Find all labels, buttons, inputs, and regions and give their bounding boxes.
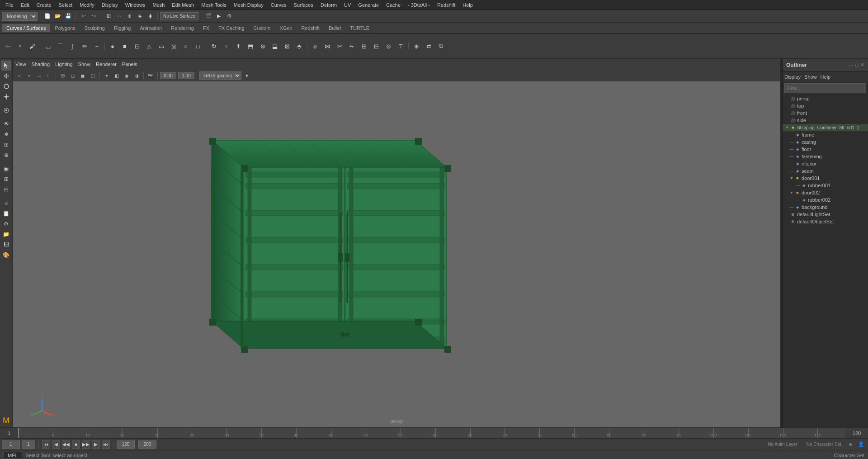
vp-grid-icon[interactable]: ⊞ (58, 71, 67, 80)
tab-redshift[interactable]: Redshift (297, 24, 324, 32)
snap-live-icon[interactable]: ⧫ (145, 11, 155, 21)
vp-camera-icon[interactable]: 📷 (146, 71, 155, 80)
square-icon[interactable]: ⊠ (281, 40, 293, 52)
snap-grid-icon[interactable]: ⊞ (104, 11, 113, 21)
tree-item-defaultlightset[interactable]: ⊕ defaultLightSet (783, 211, 868, 218)
tree-item-casing[interactable]: — ◈ casing (783, 138, 868, 146)
layout-four-btn[interactable]: ⊞ (1, 174, 11, 184)
trim-icon[interactable]: ✂ (334, 40, 345, 52)
end-frame-input[interactable] (117, 440, 135, 449)
snap-surface-icon[interactable]: ◈ (135, 11, 145, 21)
ep-curve-icon[interactable]: ⌒ (54, 40, 66, 52)
tree-item-defaultobjectset[interactable]: ⊕ defaultObjectSet (783, 218, 868, 225)
save-scene-icon[interactable]: 💾 (63, 11, 73, 21)
move-tool-btn[interactable] (1, 71, 11, 81)
intersect-icon[interactable]: ⋈ (321, 40, 333, 52)
menu-edit[interactable]: Edit (17, 1, 33, 9)
tab-xgen[interactable]: XGen (275, 24, 297, 32)
channel-box-btn[interactable]: ≡ (1, 198, 11, 208)
tab-polygons[interactable]: Polygons (50, 24, 80, 32)
scale-tool-btn[interactable] (1, 92, 11, 102)
outliner-tab-display[interactable]: Display (784, 74, 801, 80)
tree-item-door001[interactable]: ▼ ■ door001 (783, 175, 868, 182)
tool-settings-btn[interactable]: ⚙ (1, 219, 11, 229)
cv-curve-icon[interactable]: ◡ (42, 40, 54, 52)
rotate-tool-btn[interactable] (1, 81, 11, 91)
gamma-dropdown[interactable]: sRGB gamma (199, 71, 241, 80)
next-frame-btn[interactable]: ▶ (92, 440, 100, 449)
vp-smooth-icon[interactable]: ◼ (78, 71, 87, 80)
tree-item-rubber001[interactable]: — ◈ rubber001 (783, 182, 868, 189)
detach-icon[interactable]: ⊟ (370, 40, 382, 52)
open-scene-icon[interactable]: 📂 (53, 11, 63, 21)
planar-icon[interactable]: ⬒ (245, 40, 256, 52)
pencil-curve-icon[interactable]: ✏ (79, 40, 90, 52)
menu-mesh-display[interactable]: Mesh Display (230, 1, 267, 9)
gamma-settings-icon[interactable]: ▼ (242, 71, 251, 80)
menu-surfaces[interactable]: Surfaces (290, 1, 317, 9)
menu-generate[interactable]: Generate (354, 1, 382, 9)
vp-object-mode[interactable]: ○ (14, 71, 24, 80)
mode-dropdown[interactable]: Modeling (2, 12, 38, 21)
bevel-icon[interactable]: ⬘ (293, 40, 305, 52)
panels-menu[interactable]: Panels (122, 62, 137, 67)
outliner-minimize-btn[interactable]: — (849, 62, 854, 68)
fillet-icon[interactable]: ⌀ (309, 40, 321, 52)
vp-shadow-icon[interactable]: ◑ (132, 71, 141, 80)
snap-curve-icon[interactable]: 〰 (114, 11, 124, 21)
ipr-icon[interactable]: ▶ (214, 11, 224, 21)
nurbs-circle-icon[interactable]: ○ (180, 40, 192, 52)
menu-uv[interactable]: UV (340, 1, 354, 9)
tab-custom[interactable]: Custom (249, 24, 275, 32)
stop-btn[interactable]: ■ (72, 440, 80, 449)
vp-edge-mode[interactable]: — (34, 71, 43, 80)
lighting-menu[interactable]: Lighting (55, 62, 73, 67)
reverse-icon[interactable]: ⇄ (423, 40, 434, 52)
go-start-btn[interactable]: ⏮ (42, 440, 50, 449)
prev-frame-btn[interactable]: ◀ (52, 440, 60, 449)
paint-select-icon[interactable]: 🖌 (26, 40, 38, 52)
render-settings-icon[interactable]: ⚙ (224, 11, 234, 21)
soft-select-btn[interactable] (1, 105, 11, 115)
tree-item-persp[interactable]: 🎥 persp (783, 95, 868, 102)
no-char-set[interactable]: No Character Set (803, 442, 845, 447)
lasso-select-icon[interactable]: ⌖ (14, 40, 26, 52)
menu-redshift[interactable]: Redshift (434, 1, 459, 9)
tab-fx[interactable]: FX (198, 24, 214, 32)
offset-icon[interactable]: ⧉ (435, 40, 447, 52)
render-icon[interactable]: 🎬 (203, 11, 213, 21)
tree-item-front[interactable]: 🎥 front (783, 109, 868, 117)
loft-icon[interactable]: ⫶ (220, 40, 232, 52)
vp-wireframe-icon[interactable]: ◻ (68, 71, 77, 80)
tree-item-interior[interactable]: — ◈ interior (783, 160, 868, 167)
birail-icon[interactable]: ⊗ (257, 40, 269, 52)
timeline-ruler[interactable]: 0510152025303540455055606570758085909510… (18, 428, 845, 438)
nurbs-cube-icon[interactable]: ■ (119, 40, 131, 52)
render-view-btn[interactable]: 🎞 (1, 240, 11, 250)
tree-item-floor[interactable]: — ◈ floor (783, 146, 868, 153)
vp-isolate-icon[interactable]: ◉ (122, 71, 131, 80)
redo-icon[interactable]: ↪ (89, 11, 99, 21)
select-tool-icon[interactable]: ⊹ (2, 40, 14, 52)
mel-indicator[interactable]: MEL (4, 452, 22, 459)
menu-deform[interactable]: Deform (317, 1, 340, 9)
untrim-icon[interactable]: ✁ (346, 40, 358, 52)
rebuild-icon[interactable]: ⊕ (410, 40, 422, 52)
tab-animation[interactable]: Animation (135, 24, 166, 32)
no-anim-layer[interactable]: No Anim Layer (764, 442, 801, 447)
view-menu[interactable]: View (15, 62, 26, 67)
viewport-offset-y[interactable] (178, 72, 194, 79)
group-btn[interactable]: ⊞ (1, 140, 11, 150)
menu-mesh[interactable]: Mesh (149, 1, 168, 9)
attach-icon[interactable]: ⊞ (358, 40, 370, 52)
hypershade-btn[interactable]: 🎨 (1, 250, 11, 260)
expand-shipping-container[interactable]: ▼ (784, 125, 790, 130)
show-hide-btn[interactable]: 👁 (1, 119, 11, 129)
tree-item-fastening[interactable]: — ◈ fastening (783, 153, 868, 160)
vp-vertex-mode[interactable]: • (24, 71, 33, 80)
tab-rigging[interactable]: Rigging (109, 24, 135, 32)
char-set-icon[interactable]: 👤 (856, 441, 866, 447)
revolve-icon[interactable]: ↻ (208, 40, 220, 52)
menu-mesh-tools[interactable]: Mesh Tools (198, 1, 230, 9)
outliner-close-btn[interactable]: ✕ (860, 62, 864, 68)
